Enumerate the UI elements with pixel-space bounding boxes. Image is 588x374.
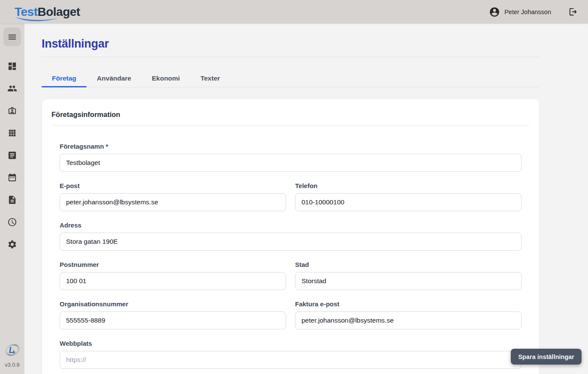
dashboard-icon <box>7 61 17 71</box>
page-title: Inställningar <box>42 37 540 51</box>
save-settings-button[interactable]: Spara inställningar <box>511 349 582 365</box>
website-label: Webbplats <box>60 340 522 347</box>
field-invoice-email: Faktura e-post <box>295 300 522 329</box>
title-divider <box>42 57 540 57</box>
tab-texter[interactable]: Texter <box>190 70 230 87</box>
org-number-label: Organisationsnummer <box>60 300 286 308</box>
calendar-icon <box>7 173 17 183</box>
company-name-input[interactable] <box>60 154 522 172</box>
sidebar-item-people[interactable] <box>0 77 24 99</box>
main-content: Inställningar Företag Användare Ekonomi … <box>24 24 588 374</box>
logout-icon <box>568 7 578 17</box>
tab-foretag[interactable]: Företag <box>42 70 87 87</box>
sidebar-item-calendar[interactable] <box>0 166 24 188</box>
svg-text:b: b <box>12 350 15 354</box>
invoice-email-input[interactable] <box>295 311 522 329</box>
field-website: Webbplats <box>60 340 522 369</box>
sidebar-item-grid[interactable] <box>0 122 24 144</box>
field-address: Adress <box>60 221 522 251</box>
sidebar-item-article[interactable] <box>0 144 24 166</box>
card-title: Företagsinformation <box>51 111 530 119</box>
company-info-card: Företagsinformation Företagsnamn * E-pos… <box>42 99 540 374</box>
field-company-name: Företagsnamn * <box>60 143 522 172</box>
company-form: Företagsnamn * E-post Telefon <box>42 126 539 369</box>
city-input[interactable] <box>295 272 522 290</box>
people-icon <box>7 84 17 93</box>
user-name: Peter Johansson <box>504 9 551 15</box>
grid-icon <box>7 128 17 138</box>
field-org-number: Organisationsnummer <box>60 300 286 329</box>
document-icon <box>7 195 17 205</box>
tab-anvandare[interactable]: Användare <box>87 70 142 87</box>
email-input[interactable] <box>60 193 286 211</box>
website-input[interactable] <box>60 351 522 369</box>
clock-icon <box>7 217 17 227</box>
menu-toggle-button[interactable] <box>3 27 21 46</box>
phone-input[interactable] <box>295 193 522 211</box>
app-version: v3.0.9 <box>5 362 19 368</box>
logout-button[interactable] <box>567 6 579 18</box>
sidebar-item-document[interactable] <box>0 188 24 211</box>
app-logo: L b <box>3 341 21 359</box>
sidebar: L b v3.0.9 <box>0 24 24 374</box>
sidebar-item-dashboard[interactable] <box>0 55 24 77</box>
article-icon <box>7 150 17 160</box>
tab-ekonomi[interactable]: Ekonomi <box>142 70 190 87</box>
field-zip: Postnummer <box>60 261 286 290</box>
gear-icon <box>7 239 17 249</box>
account-circle-icon <box>489 6 500 18</box>
app-header: Test Bolaget Peter Johansson <box>0 0 588 24</box>
zip-input[interactable] <box>60 272 286 290</box>
sidebar-item-badge[interactable] <box>0 99 24 122</box>
sidebar-item-time[interactable] <box>0 211 24 233</box>
org-number-input[interactable] <box>60 311 286 329</box>
address-input[interactable] <box>60 233 522 251</box>
field-phone: Telefon <box>295 182 522 211</box>
badge-icon <box>7 106 17 116</box>
logo-swoosh <box>15 17 59 22</box>
company-name-label: Företagsnamn * <box>60 143 522 150</box>
menu-icon <box>7 32 17 42</box>
app-logo-wordmark[interactable]: Test Bolaget <box>15 6 80 18</box>
email-label: E-post <box>60 182 286 189</box>
invoice-email-label: Faktura e-post <box>295 300 522 308</box>
zip-label: Postnummer <box>60 261 286 268</box>
city-label: Stad <box>295 261 522 268</box>
tab-bar: Företag Användare Ekonomi Texter <box>42 70 540 87</box>
field-city: Stad <box>295 261 522 290</box>
field-email: E-post <box>60 182 286 211</box>
address-label: Adress <box>60 221 522 229</box>
phone-label: Telefon <box>295 182 522 189</box>
sidebar-item-settings[interactable] <box>0 233 24 255</box>
